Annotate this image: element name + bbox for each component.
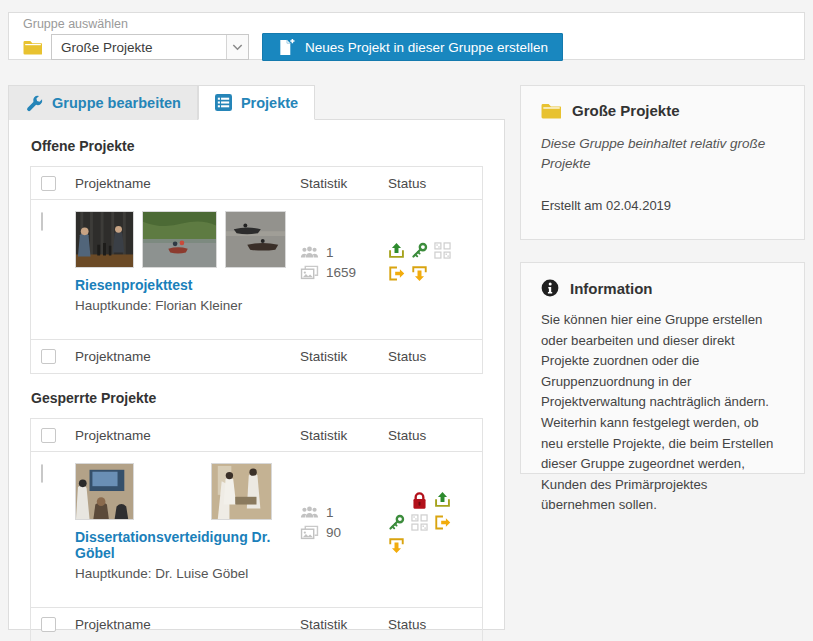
table-row: Riesenprojekttest Hauptkunde: Florian Kl… (31, 200, 482, 340)
project-thumbnail[interactable] (75, 211, 134, 268)
column-header-name: Projektname (75, 428, 300, 443)
info-icon (541, 279, 559, 297)
project-status (388, 463, 472, 581)
information-panel: Information Sie können hier eine Gruppe … (520, 262, 805, 474)
table-header: Projektname Statistik Status (31, 167, 482, 200)
column-footer-status: Status (388, 617, 472, 632)
images-count: 90 (326, 525, 341, 540)
group-info-panel: Große Projekte Diese Gruppe beinhaltet r… (520, 85, 805, 240)
folder-icon (541, 102, 561, 119)
project-status (388, 211, 472, 313)
group-select-legend: Gruppe auswählen (23, 17, 792, 31)
key-icon[interactable] (411, 242, 428, 259)
people-icon (300, 505, 319, 520)
export-icon[interactable] (434, 514, 451, 531)
select-all-checkbox[interactable] (41, 349, 56, 364)
group-created-date: Erstellt am 02.04.2019 (541, 198, 784, 213)
project-stats: 1 1659 (300, 211, 388, 313)
projects-panel: Gruppe bearbeiten Projekte Offene Projek… (8, 85, 505, 630)
column-header-status: Status (388, 428, 472, 443)
checker-grid-icon[interactable] (434, 242, 451, 259)
list-icon (215, 94, 232, 111)
chevron-down-icon (226, 35, 248, 59)
column-footer-stats: Statistik (300, 349, 388, 364)
column-header-name: Projektname (75, 176, 300, 191)
row-checkbox[interactable] (41, 212, 43, 231)
checker-grid-icon[interactable] (411, 514, 428, 531)
open-projects-table: Projektname Statistik Status (30, 166, 483, 374)
tab-edit-group-label: Gruppe bearbeiten (52, 95, 181, 111)
group-select-value: Große Projekte (61, 40, 153, 55)
tab-edit-group[interactable]: Gruppe bearbeiten (8, 85, 198, 120)
column-footer-status: Status (388, 349, 472, 364)
group-select-box: Gruppe auswählen Große Projekte Neues Pr… (8, 12, 805, 60)
images-count: 1659 (326, 265, 356, 280)
section-title-locked: Gesperrte Projekte (31, 390, 483, 406)
project-name-link[interactable]: Riesenprojekttest (75, 277, 300, 293)
select-all-checkbox[interactable] (41, 428, 56, 443)
table-row: Dissertationsverteidigung Dr. Göbel Haup… (31, 452, 482, 608)
upload-icon[interactable] (388, 242, 405, 259)
lock-icon[interactable] (411, 491, 428, 508)
project-thumbnail[interactable] (211, 463, 272, 520)
new-project-button[interactable]: Neues Projekt in dieser Gruppe erstellen (262, 33, 563, 61)
information-body: Sie können hier eine Gruppe erstellen od… (541, 310, 784, 516)
users-count: 1 (326, 245, 334, 260)
wrench-icon (25, 95, 43, 112)
key-icon[interactable] (388, 514, 405, 531)
column-footer-stats: Statistik (300, 617, 388, 632)
information-title: Information (570, 280, 653, 297)
group-info-title: Große Projekte (572, 102, 680, 119)
locked-projects-table: Projektname Statistik Status (30, 418, 483, 641)
project-group-page: Gruppe auswählen Große Projekte Neues Pr… (0, 0, 813, 641)
tab-bar: Gruppe bearbeiten Projekte (8, 85, 505, 120)
section-title-open: Offene Projekte (31, 138, 483, 154)
document-plus-icon (277, 38, 296, 57)
upload-icon[interactable] (434, 491, 451, 508)
column-footer-name: Projektname (75, 349, 300, 364)
table-footer: Projektname Statistik Status (31, 340, 482, 373)
column-header-status: Status (388, 176, 472, 191)
photos-icon (300, 525, 319, 540)
project-customer: Hauptkunde: Dr. Luise Göbel (75, 566, 300, 581)
table-header: Projektname Statistik Status (31, 419, 482, 452)
project-thumbnail[interactable] (75, 463, 134, 520)
download-icon[interactable] (411, 265, 428, 282)
project-thumbnail[interactable] (142, 211, 217, 268)
people-icon (300, 245, 319, 260)
select-all-checkbox[interactable] (41, 617, 56, 632)
project-customer: Hauptkunde: Florian Kleiner (75, 298, 300, 313)
download-icon[interactable] (388, 537, 405, 554)
column-header-stats: Statistik (300, 176, 388, 191)
row-checkbox[interactable] (41, 464, 43, 483)
tab-projects-label: Projekte (241, 95, 298, 111)
project-thumbnail[interactable] (225, 211, 286, 268)
column-footer-name: Projektname (75, 617, 300, 632)
new-project-button-label: Neues Projekt in dieser Gruppe erstellen (305, 40, 548, 55)
project-stats: 1 90 (300, 463, 388, 581)
column-header-stats: Statistik (300, 428, 388, 443)
table-footer: Projektname Statistik Status (31, 608, 482, 641)
group-description: Diese Gruppe beinhaltet relativ große Pr… (541, 134, 784, 175)
users-count: 1 (326, 505, 334, 520)
export-icon[interactable] (388, 265, 405, 282)
tab-projects[interactable]: Projekte (198, 85, 315, 120)
project-name-link[interactable]: Dissertationsverteidigung Dr. Göbel (75, 529, 300, 561)
photos-icon (300, 265, 319, 280)
group-select-dropdown[interactable]: Große Projekte (51, 34, 249, 60)
folder-icon (23, 39, 42, 55)
select-all-checkbox[interactable] (41, 176, 56, 191)
